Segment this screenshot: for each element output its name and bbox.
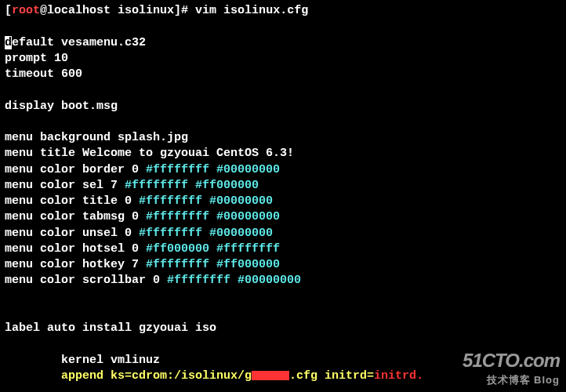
vim-line-menucolor-title[interactable]: menu color title 0 #ffffffff #00000000 bbox=[5, 194, 561, 209]
blank-line bbox=[5, 82, 561, 98]
vim-line-timeout[interactable]: timeout 600 bbox=[5, 67, 561, 82]
vim-line-menucolor-border[interactable]: menu color border 0 #ffffffff #00000000 bbox=[5, 162, 561, 178]
vim-line-menutitle[interactable]: menu title Welcome to gzyouai CentOS 6.3… bbox=[5, 146, 561, 162]
vim-line-menucolor-tabmsg[interactable]: menu color tabmsg 0 #ffffffff #00000000 bbox=[5, 209, 561, 225]
vim-line-append[interactable]: append ks=cdrom:/isolinux/g.cfg initrd=i… bbox=[5, 368, 561, 384]
vim-line-label[interactable]: label auto install gzyouai iso bbox=[5, 321, 561, 336]
blank-line bbox=[5, 289, 561, 305]
redacted-text bbox=[252, 371, 289, 380]
vim-line-menucolor-hotkey[interactable]: menu color hotkey 7 #ffffffff #ff000000 bbox=[5, 257, 561, 273]
blank-line bbox=[5, 19, 561, 34]
vim-line-menucolor-unsel[interactable]: menu color unsel 0 #ffffffff #00000000 bbox=[5, 226, 561, 241]
blank-line bbox=[5, 336, 561, 352]
shell-prompt: [root@localhost isolinux]# vim isolinux.… bbox=[5, 3, 561, 19]
vim-line-default[interactable]: default vesamenu.c32 bbox=[5, 35, 561, 51]
command-text: vim isolinux.cfg bbox=[188, 4, 308, 17]
vim-line-menucolor-sel[interactable]: menu color sel 7 #ffffffff #ff000000 bbox=[5, 178, 561, 194]
vim-line-menubg[interactable]: menu background splash.jpg bbox=[5, 130, 561, 146]
vim-line-menucolor-scrollbar[interactable]: menu color scrollbar 0 #ffffffff #000000… bbox=[5, 273, 561, 289]
vim-line-display[interactable]: display boot.msg bbox=[5, 99, 561, 114]
blank-line bbox=[5, 305, 561, 321]
vim-line-kernel[interactable]: kernel vmlinuz bbox=[5, 353, 561, 368]
vim-line-prompt[interactable]: prompt 10 bbox=[5, 51, 561, 67]
blank-line bbox=[5, 114, 561, 130]
cursor-position: d bbox=[5, 36, 12, 49]
vim-line-menucolor-hotsel[interactable]: menu color hotsel 0 #ff000000 #ffffffff bbox=[5, 241, 561, 257]
